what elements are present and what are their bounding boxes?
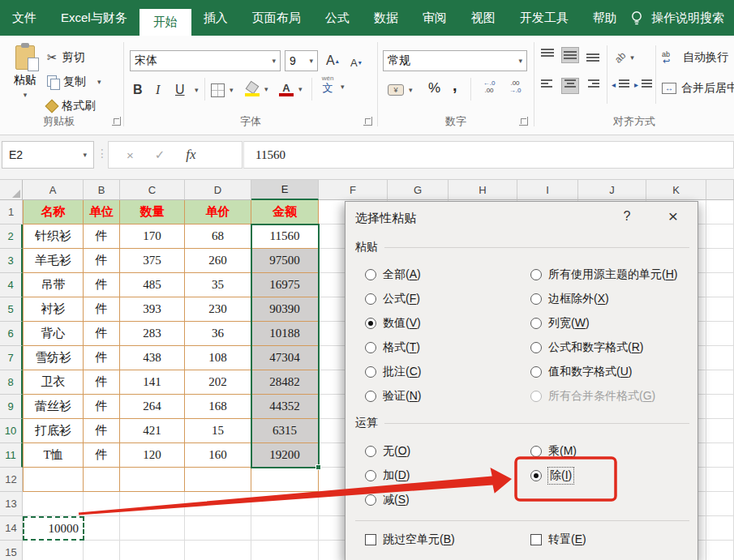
- tell-me-search[interactable]: 操作说明搜索: [629, 0, 734, 36]
- cell-E5[interactable]: 90390: [251, 297, 319, 322]
- row-header-1[interactable]: 1: [0, 200, 23, 224]
- select-all-button[interactable]: [0, 180, 23, 200]
- underline-caret-icon[interactable]: ▾: [195, 86, 199, 94]
- cell-A4[interactable]: 吊带: [23, 273, 84, 297]
- cell-C2[interactable]: 170: [120, 224, 185, 249]
- cell-B10[interactable]: 件: [84, 419, 120, 443]
- fill-color-button[interactable]: ▾: [245, 79, 268, 100]
- cell-E3[interactable]: 97500: [251, 249, 319, 273]
- ribbon-tab-Excel与财务[interactable]: Excel与财务: [49, 0, 140, 36]
- number-dialog-launcher-icon[interactable]: [519, 117, 528, 126]
- radio-icon[interactable]: [530, 366, 542, 378]
- radio-icon[interactable]: [365, 470, 376, 481]
- cell-A2[interactable]: 针织衫: [23, 224, 84, 249]
- cell-D3[interactable]: 260: [185, 249, 251, 273]
- column-header-I[interactable]: I: [517, 180, 578, 200]
- cell-D9[interactable]: 168: [185, 395, 251, 419]
- cell-E11[interactable]: 19200: [251, 443, 319, 468]
- formula-input[interactable]: 11560: [243, 141, 734, 169]
- confirm-entry-icon[interactable]: ✓: [155, 147, 165, 162]
- grid-cell[interactable]: [706, 541, 734, 560]
- cell-E10[interactable]: 6315: [251, 419, 319, 443]
- cell-A3[interactable]: 羊毛衫: [23, 249, 84, 273]
- decrease-decimal-button[interactable]: .00 →.0: [504, 79, 526, 94]
- radio-icon[interactable]: [365, 318, 376, 329]
- row-header-11[interactable]: 11: [0, 443, 23, 468]
- cell-A9[interactable]: 蕾丝衫: [23, 395, 84, 419]
- cell-D11[interactable]: 160: [185, 443, 251, 468]
- middle-align-button[interactable]: [561, 47, 579, 63]
- grid-cell[interactable]: [706, 273, 734, 297]
- cell-D10[interactable]: 15: [185, 419, 251, 443]
- ribbon-tab-视图[interactable]: 视图: [459, 0, 508, 36]
- ribbon-tab-帮助[interactable]: 帮助: [581, 0, 629, 36]
- cell-D12[interactable]: [185, 468, 251, 492]
- cell-C7[interactable]: 438: [120, 346, 185, 370]
- number-format-combobox[interactable]: 常规 ▾: [383, 50, 527, 71]
- cell-B3[interactable]: 件: [84, 249, 120, 273]
- column-header-C[interactable]: C: [120, 180, 185, 200]
- top-align-button[interactable]: [539, 47, 556, 63]
- cell-A8[interactable]: 卫衣: [23, 370, 84, 395]
- ribbon-tab-审阅[interactable]: 审阅: [410, 0, 459, 36]
- cell-B5[interactable]: 件: [84, 297, 120, 322]
- cell-C1[interactable]: 数量: [120, 200, 185, 224]
- comma-style-button[interactable]: ,: [453, 75, 457, 96]
- column-header-K[interactable]: K: [646, 180, 706, 200]
- orientation-button[interactable]: ab ▾: [615, 47, 634, 68]
- cell-D7[interactable]: 108: [185, 346, 251, 370]
- ribbon-tab-插入[interactable]: 插入: [191, 0, 240, 36]
- radio-paste-A[interactable]: 全部(A): [365, 263, 421, 287]
- radio-operation-D[interactable]: 加(D): [365, 464, 410, 488]
- font-dialog-launcher-icon[interactable]: [363, 117, 372, 126]
- increase-font-size-button[interactable]: A ▴: [326, 50, 339, 71]
- cancel-entry-icon[interactable]: ×: [127, 148, 134, 162]
- ribbon-tab-页面布局[interactable]: 页面布局: [240, 0, 313, 36]
- increase-decimal-button[interactable]: ←.0 .00: [479, 79, 500, 94]
- cell-B13[interactable]: [84, 492, 120, 516]
- column-header-E[interactable]: E: [251, 180, 319, 200]
- cell-D14[interactable]: [185, 516, 251, 541]
- grid-cell[interactable]: [706, 370, 734, 395]
- radio-icon[interactable]: [365, 366, 376, 378]
- column-header-edge[interactable]: [706, 180, 734, 200]
- clipboard-dialog-launcher-icon[interactable]: [112, 117, 121, 126]
- cell-C12[interactable]: [120, 468, 185, 492]
- name-box[interactable]: E2 ▾: [2, 141, 94, 169]
- wrap-text-button[interactable]: ab↩ 自动换行: [662, 47, 728, 68]
- font-color-button[interactable]: A ▾: [279, 79, 303, 100]
- radio-icon[interactable]: [530, 342, 542, 353]
- radio-paste-T[interactable]: 格式(T): [365, 336, 421, 360]
- cell-B15[interactable]: [84, 541, 120, 560]
- ribbon-tab-公式[interactable]: 公式: [313, 0, 362, 36]
- radio-operation-M[interactable]: 乘(M): [530, 439, 577, 464]
- radio-paste-F[interactable]: 公式(F): [365, 287, 421, 311]
- cell-A6[interactable]: 背心: [23, 322, 84, 346]
- row-header-14[interactable]: 14: [0, 516, 23, 541]
- row-header-15[interactable]: 15: [0, 541, 23, 560]
- cell-D15[interactable]: [185, 541, 251, 560]
- cell-D1[interactable]: 单价: [185, 200, 251, 224]
- row-header-8[interactable]: 8: [0, 370, 23, 395]
- ribbon-tab-数据[interactable]: 数据: [362, 0, 410, 36]
- grid-cell[interactable]: [706, 224, 734, 249]
- cell-C13[interactable]: [120, 492, 185, 516]
- radio-icon[interactable]: [530, 446, 542, 457]
- row-header-6[interactable]: 6: [0, 322, 23, 346]
- cell-E9[interactable]: 44352: [251, 395, 319, 419]
- cell-A15[interactable]: [23, 541, 84, 560]
- cell-E12[interactable]: [251, 468, 319, 492]
- percent-style-button[interactable]: %: [428, 78, 440, 99]
- cell-C8[interactable]: 141: [120, 370, 185, 395]
- radio-paste-V[interactable]: 数值(V): [365, 311, 421, 336]
- italic-button[interactable]: I: [156, 79, 172, 100]
- cell-A10[interactable]: 打底衫: [23, 419, 84, 443]
- radio-paste-W[interactable]: 列宽(W): [530, 311, 677, 336]
- cell-B8[interactable]: 件: [84, 370, 120, 395]
- copied-cell-A14[interactable]: 10000: [23, 516, 84, 541]
- radio-icon[interactable]: [365, 269, 376, 280]
- radio-icon[interactable]: [530, 318, 542, 329]
- row-header-12[interactable]: 12: [0, 468, 23, 492]
- paste-button[interactable]: 粘贴 ▾: [6, 45, 44, 112]
- grid-cell[interactable]: [706, 443, 734, 468]
